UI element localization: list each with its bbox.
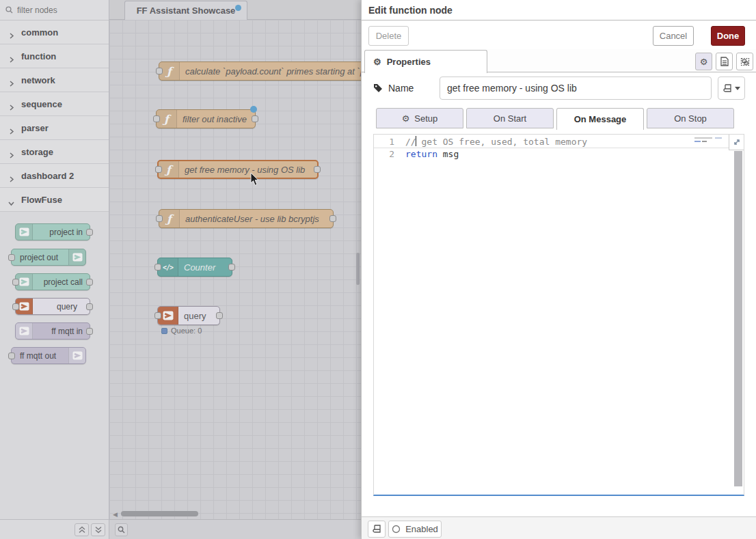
flow-tab[interactable]: FF Assistant Showcase (124, 1, 247, 20)
palette-category-label: function (21, 51, 56, 61)
input-port[interactable] (155, 166, 162, 173)
node-label: authenticateUser - use lib bcryptjs (185, 210, 319, 227)
node-filter-out-inactive[interactable]: ƒ filter out inactive (156, 109, 256, 128)
library-dropdown-button[interactable] (718, 77, 745, 100)
palette-category-storage[interactable]: storage (0, 140, 109, 164)
node-calculate-primes[interactable]: ƒ calculate `payload.count` primes start… (159, 61, 361, 81)
output-port[interactable] (86, 328, 93, 335)
properties-icon-button[interactable]: ⚙ (695, 53, 712, 70)
tab-on-stop[interactable]: On Stop (647, 108, 734, 128)
node-red-editor: common function network sequence parser … (0, 0, 756, 539)
text-cursor (416, 136, 416, 146)
palette-category-dashboard2[interactable]: dashboard 2 (0, 164, 109, 188)
node-authenticate-user[interactable]: ƒ authenticateUser - use lib bcryptjs (159, 209, 334, 228)
search-flows-button[interactable] (115, 523, 128, 536)
node-label: get free memory - using OS lib (185, 161, 305, 178)
palette-search-box[interactable] (0, 0, 109, 20)
footer-library-button[interactable] (368, 521, 386, 538)
flow-canvas[interactable]: FF Assistant Showcase ƒ calculate `paylo… (109, 0, 361, 539)
chevron-right-icon (8, 101, 14, 107)
tab-properties[interactable]: ⚙ Properties (364, 50, 487, 73)
palette-category-common[interactable]: common (0, 20, 109, 44)
output-port[interactable] (86, 303, 93, 310)
output-port[interactable] (314, 166, 321, 173)
minimap-mark (694, 137, 712, 139)
flow-changed-dot (235, 5, 241, 11)
expand-editor-button[interactable] (729, 135, 744, 150)
palette-node-ff-mqtt-in[interactable]: ff mqtt in (15, 322, 90, 340)
horizontal-scrollbar[interactable]: ◀ (109, 511, 361, 518)
minimap-mark (715, 137, 722, 139)
output-port[interactable] (86, 229, 93, 236)
palette-sidebar: common function network sequence parser … (0, 0, 109, 539)
cancel-button[interactable]: Cancel (653, 26, 694, 46)
output-port[interactable] (252, 115, 258, 122)
palette-category-parser[interactable]: parser (0, 116, 109, 140)
palette-category-function[interactable]: function (0, 44, 109, 68)
palette-category-flowfuse[interactable]: FlowFuse (0, 188, 109, 212)
canvas-footer (109, 519, 361, 539)
caret-down-icon (735, 87, 740, 90)
palette-node-project-out[interactable]: project out (11, 249, 86, 266)
input-port[interactable] (154, 264, 161, 271)
output-port[interactable] (216, 312, 223, 319)
node-status-text: Queue: 0 (171, 327, 202, 335)
node-counter[interactable]: </> Counter (157, 258, 232, 277)
palette-node-label: ff mqtt in (51, 323, 83, 339)
flow-tab-label: FF Assistant Showcase (137, 5, 236, 16)
input-port[interactable] (153, 115, 160, 122)
input-port[interactable] (156, 215, 163, 222)
input-port[interactable] (12, 279, 19, 286)
tab-setup[interactable]: ⚙ Setup (376, 108, 463, 128)
output-port[interactable] (329, 215, 336, 222)
double-chevron-up-icon (79, 526, 85, 534)
enabled-toggle-button[interactable]: Enabled (388, 521, 442, 538)
palette-node-label: project out (20, 249, 58, 265)
palette-category-label: network (21, 75, 55, 85)
tag-icon (373, 83, 383, 93)
chevron-right-icon (8, 125, 14, 131)
done-button[interactable]: Done (711, 26, 745, 46)
tab-label: On Message (574, 114, 627, 124)
chevron-right-icon (8, 149, 14, 155)
palette-node-ff-mqtt-out[interactable]: ff mqtt out (11, 347, 86, 364)
input-port[interactable] (8, 254, 15, 261)
chevron-right-icon (8, 29, 14, 36)
palette-node-project-in[interactable]: project in (15, 223, 90, 240)
book-icon (723, 84, 731, 93)
code-editor[interactable]: 1 // get OS free, used, total memory 2 r… (373, 134, 744, 496)
name-input[interactable] (440, 77, 712, 100)
tab-on-start[interactable]: On Start (466, 108, 554, 128)
palette-category-sequence[interactable]: sequence (0, 92, 109, 116)
scroll-left-arrow-icon[interactable]: ◀ (113, 511, 118, 518)
collapse-all-categories-button[interactable] (75, 523, 89, 536)
palette-search-input[interactable] (17, 5, 92, 15)
output-port[interactable] (228, 264, 235, 271)
document-icon (720, 57, 729, 66)
editor-line-2[interactable]: 2 return msg (374, 148, 734, 161)
expand-diagonal-icon (733, 138, 741, 146)
horizontal-scrollbar-thumb[interactable] (121, 511, 198, 516)
delete-button[interactable]: Delete (368, 26, 409, 46)
expand-all-categories-button[interactable] (91, 523, 105, 536)
palette-category-network[interactable]: network (0, 68, 109, 92)
vertical-scrollbar-thumb[interactable] (356, 253, 360, 285)
output-port[interactable] (86, 279, 93, 286)
appearance-icon-button[interactable] (736, 53, 753, 70)
editor-scrollbar-thumb[interactable] (734, 151, 742, 486)
input-port[interactable] (156, 68, 163, 74)
tab-on-message[interactable]: On Message (556, 108, 644, 130)
palette-node-project-call[interactable]: project call (15, 273, 90, 290)
input-port[interactable] (154, 312, 161, 319)
node-get-free-memory[interactable]: ƒ get free memory - using OS lib (157, 160, 319, 179)
input-port[interactable] (12, 303, 19, 310)
editor-minimap[interactable] (694, 137, 726, 145)
chevron-right-icon (8, 53, 14, 59)
node-query[interactable]: query (157, 306, 220, 325)
description-icon-button[interactable] (716, 53, 733, 70)
palette-node-query[interactable]: query (15, 298, 90, 315)
canvas-grid[interactable] (109, 20, 361, 519)
input-port[interactable] (8, 353, 15, 359)
chevron-right-icon (8, 77, 14, 83)
editor-line-1[interactable]: 1 // get OS free, used, total memory (374, 136, 734, 148)
